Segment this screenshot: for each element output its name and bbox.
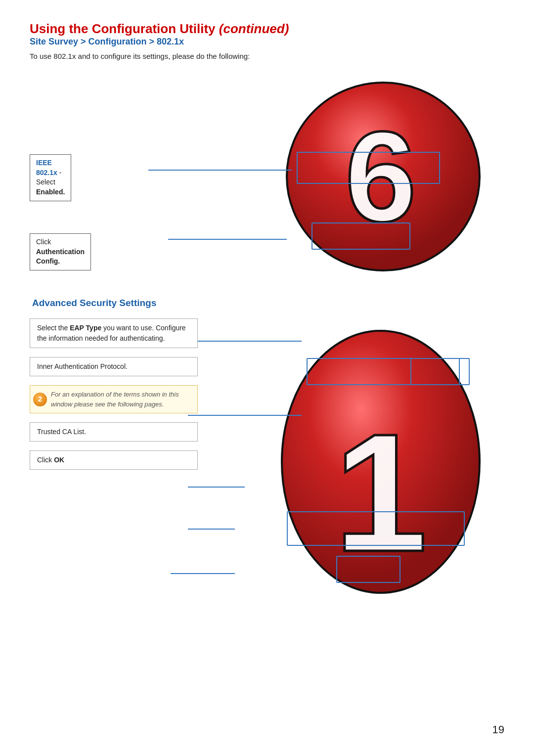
callout-line-4 (188, 415, 302, 416)
label-ieee-text: IEEE 802.1x (36, 159, 57, 177)
click-ok-bold: OK (54, 456, 64, 464)
diagram-rect-2 (312, 222, 410, 250)
note-circle-icon: 2 (33, 393, 47, 406)
diagram-rect-4 (410, 358, 470, 385)
diagram-rect-5 (287, 511, 465, 546)
title-main: Using the Configuration Utility (30, 21, 216, 36)
advanced-layout: Select the EAP Type you want to use. Con… (30, 318, 504, 615)
title-continued: (continued) (219, 21, 289, 36)
page-number: 19 (492, 723, 504, 736)
eap-bold: EAP Type (70, 324, 101, 332)
callout-line-7 (171, 573, 235, 574)
advanced-heading: Advanced Security Settings (30, 298, 504, 309)
blob-1-container: 1 (257, 318, 504, 605)
subtitle: Site Survey > Configuration > 802.1x (30, 37, 504, 47)
trusted-ca-text: Trusted CA List. (37, 428, 86, 436)
label-inner-auth: Inner Authentication Protocol. (30, 357, 198, 376)
label-ieee-bold: Enabled. (36, 188, 65, 196)
label-trusted-ca: Trusted CA List. (30, 422, 198, 442)
note-box: 2 For an explanation of the terms shown … (30, 385, 198, 413)
diagram-rect-6 (336, 556, 400, 583)
label-auth-prefix: Click (36, 238, 51, 246)
inner-auth-text: Inner Authentication Protocol. (37, 362, 128, 370)
blob-6-container: 6 (257, 75, 504, 278)
callout-line-5 (188, 487, 245, 488)
callout-line-1 (148, 170, 292, 171)
note-text: For an explanation of the terms shown in… (51, 391, 179, 408)
intro-text: To use 802.1x and to configure its setti… (30, 52, 504, 60)
callout-line-2 (168, 239, 287, 240)
callout-line-6 (188, 529, 235, 530)
label-click-ok: Click OK (30, 450, 198, 470)
section-advanced: Advanced Security Settings Select the EA… (30, 298, 504, 615)
diagram-rect-1 (297, 152, 440, 184)
label-auth-bold: Authentication Config. (36, 248, 85, 266)
eap-prefix: Select the (37, 324, 70, 332)
left-labels-group: Select the EAP Type you want to use. Con… (30, 318, 198, 470)
click-ok-prefix: Click (37, 456, 54, 464)
label-eap-type: Select the EAP Type you want to use. Con… (30, 318, 198, 348)
callout-line-3 (198, 341, 302, 342)
page-title: Using the Configuration Utility (continu… (30, 20, 504, 37)
section1-diagram: IEEE 802.1x - Select Enabled. Click Auth… (30, 75, 504, 283)
